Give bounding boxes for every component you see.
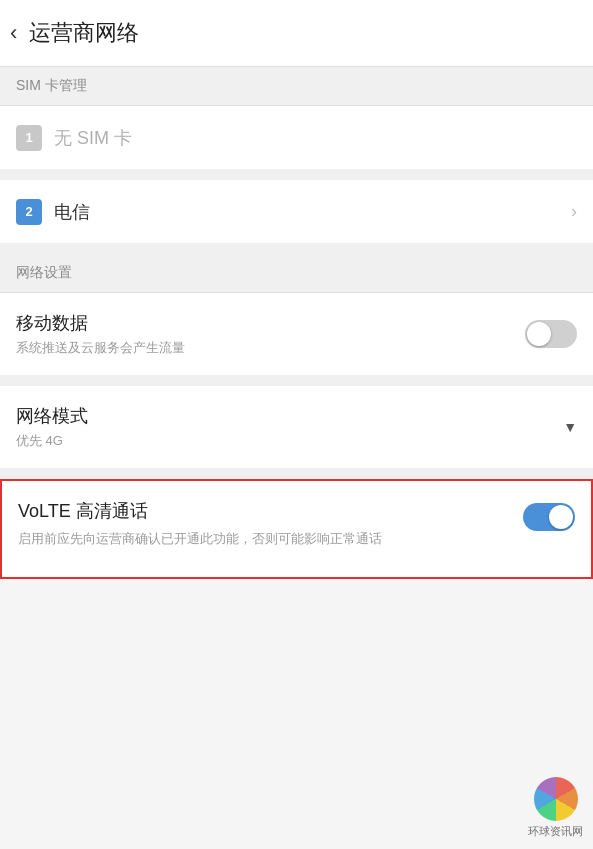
- mobile-data-item: 移动数据 系统推送及云服务会产生流量: [0, 293, 593, 376]
- mobile-data-toggle-knob: [527, 322, 551, 346]
- sim1-text: 无 SIM 卡: [54, 126, 577, 150]
- network-mode-subtitle: 优先 4G: [16, 432, 563, 450]
- network-section-label: 网络设置: [0, 254, 593, 293]
- divider-1: [0, 170, 593, 180]
- network-mode-dropdown-icon: ▼: [563, 419, 577, 435]
- volte-subtitle: 启用前应先向运营商确认已开通此功能，否则可能影响正常通话: [18, 529, 523, 549]
- network-mode-title: 网络模式: [16, 404, 563, 428]
- mobile-data-subtitle: 系统推送及云服务会产生流量: [16, 339, 525, 357]
- network-mode-item[interactable]: 网络模式 优先 4G ▼: [0, 386, 593, 469]
- mobile-data-toggle[interactable]: [525, 320, 577, 348]
- divider-4: [0, 469, 593, 479]
- page-title: 运营商网络: [29, 18, 139, 48]
- volte-left: VoLTE 高清通话 启用前应先向运营商确认已开通此功能，否则可能影响正常通话: [18, 499, 523, 549]
- volte-toggle[interactable]: [523, 503, 575, 531]
- sim2-chevron-icon: ›: [571, 201, 577, 222]
- mobile-data-title: 移动数据: [16, 311, 525, 335]
- mobile-data-left: 移动数据 系统推送及云服务会产生流量: [16, 311, 525, 357]
- network-mode-left: 网络模式 优先 4G: [16, 404, 563, 450]
- sim-section-label: SIM 卡管理: [0, 67, 593, 106]
- sim2-item[interactable]: 2 电信 ›: [0, 180, 593, 244]
- sim2-badge: 2: [16, 199, 42, 225]
- watermark-logo: [534, 777, 578, 821]
- volte-title: VoLTE 高清通话: [18, 499, 523, 523]
- divider-2: [0, 244, 593, 254]
- volte-toggle-knob: [549, 505, 573, 529]
- back-button[interactable]: ‹: [10, 22, 17, 44]
- sim1-item: 1 无 SIM 卡: [0, 106, 593, 170]
- header: ‹ 运营商网络: [0, 0, 593, 67]
- sim1-badge: 1: [16, 125, 42, 151]
- watermark: 环球资讯网: [528, 777, 583, 839]
- divider-3: [0, 376, 593, 386]
- watermark-text: 环球资讯网: [528, 824, 583, 839]
- volte-item: VoLTE 高清通话 启用前应先向运营商确认已开通此功能，否则可能影响正常通话: [0, 479, 593, 579]
- sim2-text: 电信: [54, 200, 571, 224]
